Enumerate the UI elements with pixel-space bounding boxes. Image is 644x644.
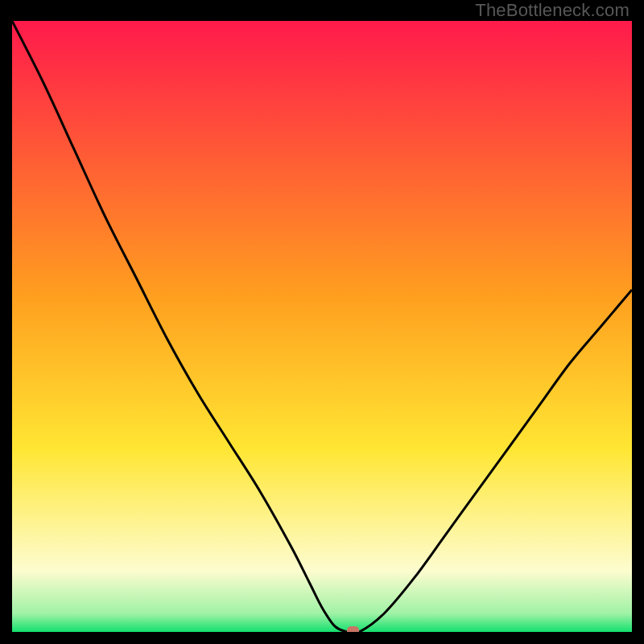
chart-frame: TheBottleneck.com <box>0 0 644 644</box>
plot-area <box>12 21 632 632</box>
optimal-marker <box>347 626 359 632</box>
watermark-text: TheBottleneck.com <box>475 0 630 21</box>
gradient-rect <box>12 21 632 632</box>
chart-svg <box>12 21 632 632</box>
